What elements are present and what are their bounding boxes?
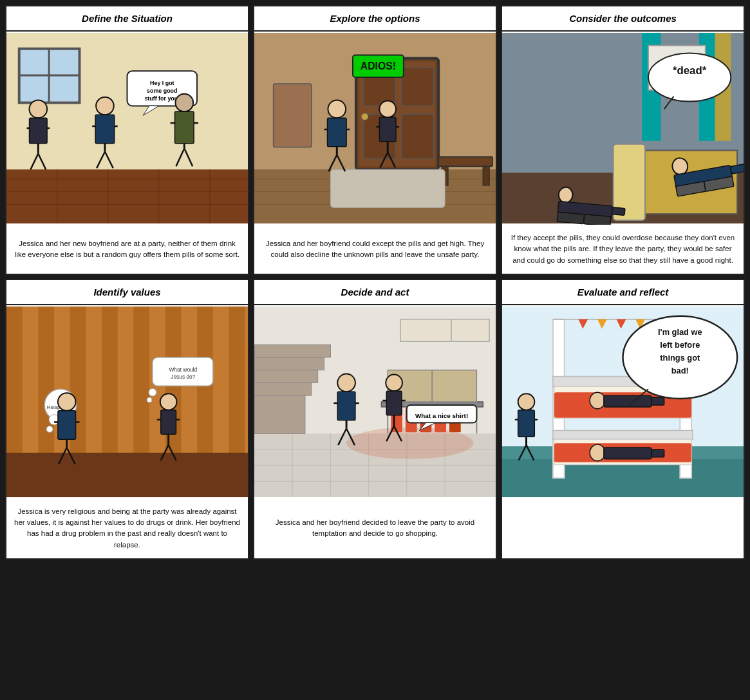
svg-text:things got: things got: [660, 353, 700, 363]
scene4-svg: Relapse...... What would Jesus do?: [6, 305, 248, 498]
svg-rect-65: [379, 117, 396, 142]
svg-text:Hey I got: Hey I got: [150, 80, 174, 86]
header-explore: Explore the options: [254, 6, 496, 32]
caption-decide: Jessica and her boyfriend decided to lea…: [254, 498, 496, 558]
cell-evaluate: Evaluate and reflect: [501, 279, 745, 560]
svg-rect-156: [337, 392, 355, 420]
svg-rect-184: [604, 448, 652, 459]
svg-text:ADIOS!: ADIOS!: [361, 61, 396, 71]
svg-point-84: [558, 187, 574, 203]
svg-text:stuff for you!: stuff for you!: [144, 95, 180, 102]
scene-evaluate: I'm glad we left before things got bad!: [502, 305, 744, 498]
header-consider: Consider the outcomes: [502, 6, 744, 32]
svg-rect-130: [254, 345, 330, 357]
svg-text:What a nice shirt!: What a nice shirt!: [415, 411, 468, 419]
svg-text:Jesus do?: Jesus do?: [171, 374, 196, 380]
svg-rect-34: [175, 111, 194, 143]
svg-point-101: [46, 426, 53, 432]
caption-identify: Jessica is very religious and being at t…: [6, 498, 248, 558]
svg-rect-47: [274, 84, 312, 147]
scene-explore: ADIOS!: [254, 32, 496, 225]
svg-point-180: [590, 392, 605, 409]
svg-point-114: [160, 393, 177, 410]
svg-rect-144: [432, 370, 476, 401]
caption-explore: Jessica and her boyfriend could except t…: [254, 225, 496, 274]
svg-rect-191: [518, 410, 535, 437]
header-decide: Decide and act: [254, 280, 496, 305]
header-evaluate: Evaluate and reflect: [502, 280, 744, 305]
svg-text:I'm glad we: I'm glad we: [658, 327, 702, 337]
scene-decide: What a nice shirt!: [254, 305, 496, 498]
scene5-svg: What a nice shirt!: [254, 305, 496, 498]
cell-consider: Consider the outcomes: [501, 5, 745, 275]
svg-rect-28: [95, 115, 115, 143]
caption-evaluate: [502, 498, 744, 558]
caption-consider: If they accept the pills, they could ove…: [502, 225, 744, 274]
svg-rect-132: [254, 370, 318, 383]
svg-rect-88: [583, 214, 611, 225]
cell-explore: Explore the options: [253, 5, 497, 275]
svg-rect-146: [451, 319, 489, 341]
svg-text:left before: left before: [660, 340, 700, 350]
svg-text:*dead*: *dead*: [673, 64, 707, 77]
svg-point-108: [58, 393, 76, 411]
svg-rect-52: [483, 166, 489, 185]
svg-rect-185: [652, 449, 664, 457]
svg-point-157: [386, 374, 402, 391]
svg-rect-145: [400, 319, 451, 341]
scene6-svg: I'm glad we left before things got bad!: [502, 305, 744, 498]
scene1-svg: Hey I got some good stuff for you!: [6, 32, 248, 225]
svg-point-151: [337, 374, 355, 392]
scene-identify: Relapse...... What would Jesus do?: [6, 305, 248, 498]
main-grid: Define the Situation: [5, 5, 745, 567]
svg-rect-98: [6, 453, 248, 497]
svg-rect-119: [161, 410, 176, 435]
header-define: Define the Situation: [6, 6, 248, 32]
svg-rect-134: [254, 395, 305, 433]
svg-text:some good: some good: [147, 88, 177, 94]
cell-define: Define the Situation: [5, 5, 249, 275]
svg-point-186: [518, 393, 535, 410]
svg-point-46: [362, 113, 368, 120]
header-identify: Identify values: [6, 280, 248, 305]
svg-rect-131: [254, 357, 324, 370]
svg-rect-182: [652, 397, 664, 405]
svg-point-147: [346, 427, 473, 459]
svg-rect-133: [254, 383, 312, 395]
svg-rect-50: [438, 156, 492, 166]
scene-consider: *dead*: [502, 32, 744, 225]
svg-text:bad!: bad!: [671, 365, 689, 375]
svg-rect-113: [58, 411, 76, 439]
svg-point-54: [328, 100, 346, 118]
cell-identify: Identify values Relapse......: [5, 279, 249, 560]
svg-rect-171: [553, 430, 693, 439]
cell-decide: Decide and act: [253, 279, 497, 560]
svg-point-23: [96, 97, 114, 115]
svg-rect-1: [6, 169, 248, 223]
svg-rect-53: [330, 169, 445, 207]
svg-rect-22: [30, 118, 48, 143]
svg-rect-87: [557, 212, 585, 223]
scene-define: Hey I got some good stuff for you!: [6, 32, 248, 225]
svg-point-60: [379, 101, 396, 118]
svg-rect-45: [402, 114, 433, 158]
svg-rect-181: [604, 395, 652, 407]
scene3-svg: *dead*: [502, 32, 744, 225]
svg-point-29: [176, 94, 194, 112]
svg-rect-43: [402, 68, 433, 106]
svg-point-17: [30, 100, 48, 118]
svg-point-81: [648, 53, 731, 102]
svg-point-104: [149, 388, 156, 396]
scene2-svg: ADIOS!: [254, 32, 496, 225]
svg-text:What would: What would: [169, 366, 197, 372]
svg-rect-162: [386, 391, 402, 415]
caption-define: Jessica and her new boyfriend are at a p…: [6, 225, 248, 274]
svg-point-105: [147, 397, 152, 402]
svg-rect-59: [327, 118, 346, 146]
svg-rect-86: [612, 207, 625, 216]
svg-point-183: [590, 444, 605, 461]
